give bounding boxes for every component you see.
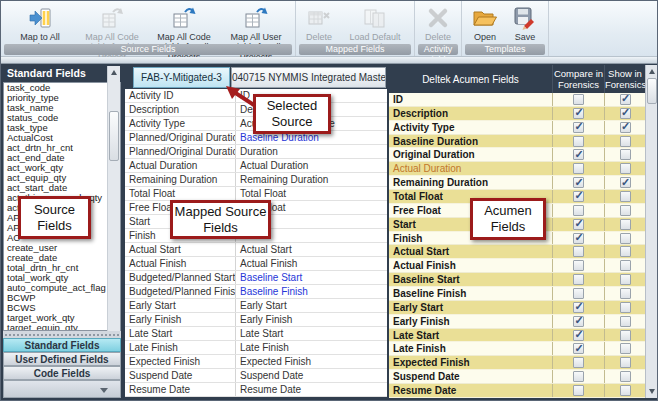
mapped-field-cell[interactable]: Suspend Date: [236, 369, 387, 382]
show-checkbox[interactable]: [620, 149, 631, 160]
map-all-user-fields-for-all-projects-button[interactable]: Map All User Fields for All Projects: [220, 2, 292, 43]
source-field-cell[interactable]: Budgeted/Planned Start: [125, 271, 236, 284]
show-checkbox[interactable]: [620, 302, 631, 313]
source-field-cell[interactable]: Actual Finish: [125, 257, 236, 270]
compare-checkbox[interactable]: [573, 191, 584, 202]
compare-checkbox[interactable]: [573, 163, 584, 174]
show-checkbox[interactable]: [620, 385, 631, 396]
mapped-field-cell[interactable]: Total Float: [236, 187, 387, 200]
source-field-cell[interactable]: Actual Start: [125, 243, 236, 256]
mapped-field-cell[interactable]: Early Start: [236, 299, 387, 312]
mapped-field-cell[interactable]: Actual Start: [236, 243, 387, 256]
show-checkbox[interactable]: [620, 260, 631, 271]
show-checkbox[interactable]: [620, 371, 631, 382]
source-field-cell[interactable]: Activity ID: [125, 89, 236, 102]
show-checkbox[interactable]: [620, 288, 631, 299]
compare-checkbox[interactable]: [573, 288, 584, 299]
source-field-cell[interactable]: Late Start: [125, 327, 236, 340]
compare-checkbox[interactable]: [573, 233, 584, 244]
source-field-cell[interactable]: Late Finish: [125, 341, 236, 354]
source-field-cell[interactable]: Resume Date: [125, 383, 236, 396]
source-field-cell[interactable]: Activity Type: [125, 117, 236, 130]
compare-checkbox[interactable]: [573, 205, 584, 216]
show-checkbox[interactable]: [620, 233, 631, 244]
save-button[interactable]: Save: [505, 2, 545, 43]
show-checkbox[interactable]: [620, 122, 631, 133]
compare-checkbox[interactable]: [573, 357, 584, 368]
mapped-field-cell[interactable]: Remaining Duration: [236, 173, 387, 186]
source-field-cell[interactable]: Suspend Date: [125, 369, 236, 382]
mapping-row: Suspend DateSuspend Date: [125, 369, 387, 383]
show-checkbox[interactable]: [620, 357, 631, 368]
compare-checkbox[interactable]: [573, 122, 584, 133]
source-field-cell[interactable]: Early Start: [125, 299, 236, 312]
mapped-field-cell[interactable]: Resume Date: [236, 383, 387, 396]
scroll-up-icon[interactable]: [111, 70, 117, 75]
source-field-cell[interactable]: Budgeted/Planned Finish: [125, 285, 236, 298]
compare-checkbox[interactable]: [573, 246, 584, 257]
source-field-cell[interactable]: Actual Duration: [125, 159, 236, 172]
open-button[interactable]: Open: [465, 2, 505, 43]
acumen-field-name: Suspend Date: [389, 370, 553, 383]
compare-checkbox[interactable]: [573, 219, 584, 230]
compare-checkbox[interactable]: [573, 108, 584, 119]
sidebar-tab-user-defined-fields[interactable]: User Defined Fields: [3, 352, 121, 366]
mapped-field-cell[interactable]: Actual Finish: [236, 257, 387, 270]
compare-checkbox[interactable]: [573, 330, 584, 341]
scroll-down-icon[interactable]: [649, 389, 655, 394]
show-checkbox[interactable]: [620, 274, 631, 285]
show-checkbox[interactable]: [620, 219, 631, 230]
source-field-cell[interactable]: Total Float: [125, 187, 236, 200]
source-field-cell[interactable]: Remaining Duration: [125, 173, 236, 186]
source-field-item[interactable]: target_equip_qty: [4, 323, 120, 331]
compare-checkbox-cell: [553, 107, 605, 120]
compare-checkbox[interactable]: [573, 302, 584, 313]
source-field-cell[interactable]: Planned/Original Duration: [125, 145, 236, 158]
compare-checkbox[interactable]: [573, 371, 584, 382]
compare-checkbox[interactable]: [573, 136, 584, 147]
mapped-field-cell[interactable]: Baseline Finish: [236, 285, 387, 298]
sidebar-footer: [3, 380, 121, 398]
show-checkbox[interactable]: [620, 191, 631, 202]
scrollbar-thumb[interactable]: [647, 78, 657, 104]
mapped-field-cell[interactable]: Duration: [236, 145, 387, 158]
show-checkbox[interactable]: [620, 136, 631, 147]
show-checkbox[interactable]: [620, 246, 631, 257]
source-tab-fab-y-mitigated-3[interactable]: FAB-Y-Mitigated-3: [133, 67, 230, 88]
compare-checkbox[interactable]: [573, 177, 584, 188]
mapped-field-cell[interactable]: Expected Finish: [236, 355, 387, 368]
sidebar-splitter[interactable]: [3, 331, 121, 338]
mapped-field-cell[interactable]: Late Start: [236, 327, 387, 340]
map-to-all-projects-button[interactable]: Map to All Projects: [4, 2, 76, 43]
sidebar-tab-code-fields[interactable]: Code Fields: [3, 366, 121, 380]
show-checkbox[interactable]: [620, 108, 631, 119]
map-all-code-fields-for-all-projects-button[interactable]: Map All Code Fields for All Projects: [148, 2, 220, 43]
mapped-field-cell[interactable]: Late Finish: [236, 341, 387, 354]
show-checkbox[interactable]: [620, 343, 631, 354]
acumen-scrollbar[interactable]: [645, 65, 658, 398]
compare-checkbox[interactable]: [573, 274, 584, 285]
show-checkbox[interactable]: [620, 316, 631, 327]
show-checkbox[interactable]: [620, 94, 631, 105]
chevron-down-icon[interactable]: [100, 388, 108, 393]
show-checkbox[interactable]: [620, 205, 631, 216]
scrollbar-thumb[interactable]: [109, 111, 119, 161]
compare-checkbox[interactable]: [573, 260, 584, 271]
compare-checkbox[interactable]: [573, 149, 584, 160]
compare-checkbox[interactable]: [573, 385, 584, 396]
mapped-field-cell[interactable]: Baseline Start: [236, 271, 387, 284]
compare-checkbox[interactable]: [573, 316, 584, 327]
source-field-cell[interactable]: Expected Finish: [125, 355, 236, 368]
compare-checkbox[interactable]: [573, 94, 584, 105]
show-checkbox[interactable]: [620, 163, 631, 174]
sidebar-tab-standard-fields[interactable]: Standard Fields: [3, 338, 121, 352]
source-field-cell[interactable]: Planned/Original Duration: [125, 131, 236, 144]
source-field-cell[interactable]: Description: [125, 103, 236, 116]
mapped-field-cell[interactable]: Actual Duration: [236, 159, 387, 172]
mapped-field-cell[interactable]: Early Finish: [236, 313, 387, 326]
compare-checkbox[interactable]: [573, 343, 584, 354]
scroll-up-icon[interactable]: [649, 69, 655, 74]
source-field-cell[interactable]: Early Finish: [125, 313, 236, 326]
show-checkbox[interactable]: [620, 177, 631, 188]
show-checkbox[interactable]: [620, 330, 631, 341]
